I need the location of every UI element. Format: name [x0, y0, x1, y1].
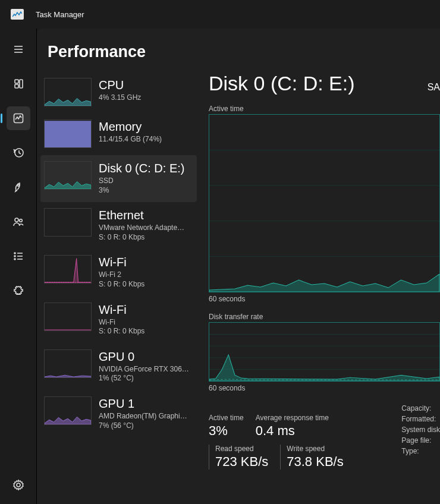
perf-item[interactable]: GPU 1 AMD Radeon(TM) Graphi… 7% (56 °C) [40, 390, 197, 437]
nav-performance[interactable] [7, 106, 30, 130]
mini-chart [44, 349, 92, 378]
metric: Active time3% [209, 414, 244, 439]
transfer-rate-chart [209, 322, 440, 382]
perf-item-title: Disk 0 (C: D: E:) [99, 161, 184, 175]
perf-item-sub: VMware Network Adapte… [99, 223, 184, 233]
active-time-chart [209, 114, 440, 292]
page-title: Performance [37, 29, 440, 72]
metric-value: 723 KB/s [215, 454, 268, 470]
chart1-xlabel: 60 seconds [209, 295, 440, 303]
mini-chart [44, 208, 92, 237]
perf-item-sub2: 3% [99, 186, 184, 196]
metric: Write speed73.8 KB/s [280, 445, 343, 470]
nav-rail [0, 29, 37, 504]
mini-chart [44, 161, 92, 190]
perf-item-sub: Wi-Fi [99, 318, 144, 327]
prop-label: Formatted: [401, 415, 440, 423]
perf-item-title: GPU 0 [99, 349, 189, 364]
settings-button[interactable] [7, 473, 30, 497]
metric: Average response time0.4 ms [256, 414, 329, 439]
svg-rect-3 [15, 80, 18, 83]
prop-label: Page file: [401, 436, 440, 445]
metric-value: 3% [209, 423, 244, 439]
nav-startup[interactable] [7, 175, 30, 199]
nav-services[interactable] [7, 279, 30, 303]
svg-rect-4 [15, 84, 18, 88]
perf-item-sub: NVIDIA GeForce RTX 306… [99, 365, 189, 374]
metric-label: Read speed [215, 445, 268, 453]
detail-title: Disk 0 (C: D: E:) [209, 72, 355, 95]
performance-sidebar: CPU 4% 3.15 GHz Memory 11.4/15.4 GB (74%… [37, 72, 200, 504]
svg-point-17 [17, 483, 20, 487]
perf-item-title: GPU 1 [99, 396, 187, 411]
perf-item-sub: 11.4/15.4 GB (74%) [99, 135, 162, 144]
metric-label: Write speed [287, 445, 343, 453]
perf-item-sub: AMD Radeon(TM) Graphi… [99, 412, 187, 421]
perf-item-sub2: S: 0 R: 0 Kbps [99, 280, 144, 289]
app-title: Task Manager [36, 10, 84, 19]
mini-chart [44, 78, 92, 106]
perf-item-sub: 4% 3.15 GHz [99, 93, 141, 103]
svg-rect-5 [20, 80, 23, 88]
hamburger-menu-button[interactable] [7, 37, 30, 61]
mini-chart [44, 396, 92, 425]
nav-details[interactable] [7, 244, 30, 268]
chart1-label: Active time [209, 105, 440, 113]
app-icon [11, 9, 24, 20]
svg-point-9 [15, 218, 18, 222]
perf-item-title: CPU [99, 78, 141, 92]
perf-item-title: Wi-Fi [99, 303, 144, 317]
svg-point-10 [19, 219, 22, 222]
perf-item-sub2: 7% (56 °C) [99, 421, 187, 431]
titlebar: Task Manager [0, 0, 440, 29]
prop-label: Type: [401, 447, 440, 455]
perf-item-sub2: S: 0 R: 0 Kbps [99, 233, 184, 242]
svg-point-13 [14, 256, 15, 257]
perf-item[interactable]: Disk 0 (C: D: E:) SSD 3% [40, 155, 197, 202]
perf-item[interactable]: GPU 0 NVIDIA GeForce RTX 306… 1% (52 °C) [40, 344, 197, 390]
content-area: Performance CPU 4% 3.15 GHz Memory 11.4/… [37, 29, 440, 504]
perf-item[interactable]: Wi-Fi Wi-Fi 2 S: 0 R: 0 Kbps [40, 249, 197, 296]
perf-item-title: Memory [99, 119, 162, 134]
mini-chart [44, 255, 92, 284]
nav-app-history[interactable] [7, 141, 30, 165]
chart2-label: Disk transfer rate [209, 313, 440, 321]
nav-users[interactable] [7, 210, 30, 234]
svg-rect-18 [45, 121, 91, 147]
chart2-xlabel: 60 seconds [209, 384, 440, 392]
perf-item[interactable]: Ethernet VMware Network Adapte… S: 0 R: … [40, 202, 197, 249]
mini-chart [44, 119, 92, 148]
metric-value: 0.4 ms [256, 423, 329, 439]
perf-item[interactable]: CPU 4% 3.15 GHz [40, 72, 197, 114]
disk-properties: Capacity:Formatted:System diskPage file:… [401, 404, 440, 470]
prop-label: Capacity: [401, 404, 440, 412]
perf-item-sub: Wi-Fi 2 [99, 270, 144, 280]
perf-item-sub: SSD [99, 177, 184, 186]
detail-panel: Disk 0 (C: D: E:) SA Active time 60 seco… [200, 72, 440, 504]
metric-label: Active time [209, 414, 244, 422]
prop-label: System disk [401, 426, 440, 434]
perf-item-title: Ethernet [99, 208, 184, 222]
mini-chart [44, 303, 92, 331]
metric-value: 73.8 KB/s [287, 454, 343, 470]
metric: Read speed723 KB/s [209, 445, 268, 470]
perf-item-sub2: S: 0 R: 0 Kbps [99, 327, 144, 336]
perf-item-title: Wi-Fi [99, 255, 144, 269]
svg-point-15 [14, 259, 15, 260]
perf-item[interactable]: Memory 11.4/15.4 GB (74%) [40, 114, 197, 155]
metric-label: Average response time [256, 414, 329, 422]
body-area: Performance CPU 4% 3.15 GHz Memory 11.4/… [0, 29, 440, 504]
nav-processes[interactable] [7, 72, 30, 96]
perf-item[interactable]: Wi-Fi Wi-Fi S: 0 R: 0 Kbps [40, 297, 197, 344]
svg-point-11 [14, 253, 15, 254]
detail-model: SA [428, 82, 440, 93]
perf-item-sub2: 1% (52 °C) [99, 374, 189, 383]
svg-point-8 [17, 185, 19, 187]
